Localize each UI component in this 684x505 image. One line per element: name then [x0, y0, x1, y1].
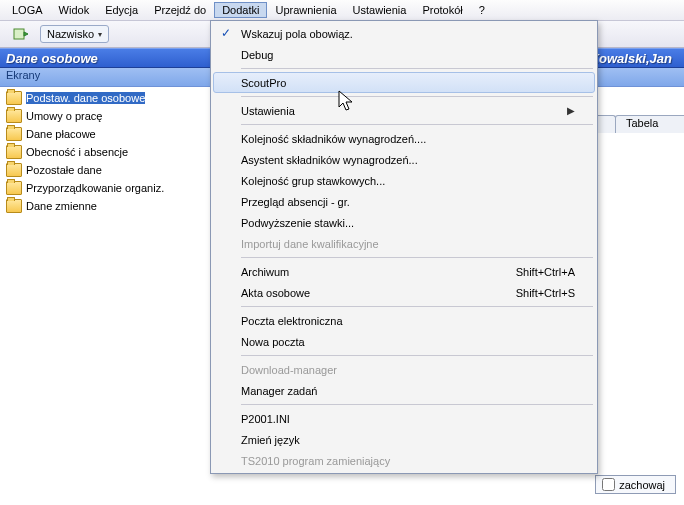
menu-item-label: Manager zadań [241, 385, 575, 397]
tree-item-label: Przyporządkowanie organiz. [26, 182, 164, 194]
menu-item-label: TS2010 program zamieniający [241, 455, 575, 467]
zachowaj-checkbox[interactable]: zachowaj [595, 475, 676, 494]
menu-item[interactable]: ScoutPro [213, 72, 595, 93]
menu-item[interactable]: ArchiwumShift+Ctrl+A [213, 261, 595, 282]
menu-loga[interactable]: LOGA [4, 2, 51, 18]
menu-item-label: Debug [241, 49, 575, 61]
menu-item[interactable]: ✓Wskazuj pola obowiąz. [213, 23, 595, 44]
menu-item[interactable]: Poczta elektroniczna [213, 310, 595, 331]
menu-item-label: Nowa poczta [241, 336, 575, 348]
menu-item-label: Download-manager [241, 364, 575, 376]
menu-separator [241, 68, 593, 69]
menu-item-label: Poczta elektroniczna [241, 315, 575, 327]
menu-separator [241, 355, 593, 356]
menu-item: Importuj dane kwalifikacyjne [213, 233, 595, 254]
tree-item-label: Dane zmienne [26, 200, 97, 212]
tree-item-label: Umowy o pracę [26, 110, 102, 122]
toolbar-name-combo[interactable]: Nazwisko ▾ [40, 25, 109, 43]
menu-item-label: Kolejność grup stawkowych... [241, 175, 575, 187]
menu-item-label: Importuj dane kwalifikacyjne [241, 238, 575, 250]
menu-item[interactable]: Przegląd absencji - gr. [213, 191, 595, 212]
menu-item-label: Wskazuj pola obowiąz. [241, 28, 575, 40]
zachowaj-label: zachowaj [619, 479, 665, 491]
menubar: LOGA Widok Edycja Przejdź do Dodatki Upr… [0, 0, 684, 21]
chevron-down-icon: ▾ [98, 30, 102, 39]
header-title: Dane osobowe [6, 51, 98, 66]
zachowaj-input[interactable] [602, 478, 615, 491]
menu-protokol[interactable]: Protokół [414, 2, 470, 18]
menu-item-shortcut: Shift+Ctrl+S [516, 287, 575, 299]
menu-item-label: P2001.INI [241, 413, 575, 425]
menu-item-label: Przegląd absencji - gr. [241, 196, 575, 208]
menu-item[interactable]: Kolejność grup stawkowych... [213, 170, 595, 191]
menu-item[interactable]: Zmień język [213, 429, 595, 450]
menu-item-shortcut: Shift+Ctrl+A [516, 266, 575, 278]
toolbar-nav-button[interactable] [6, 23, 36, 45]
menu-item[interactable]: Nowa poczta [213, 331, 595, 352]
menu-item[interactable]: Asystent składników wynagrodzeń... [213, 149, 595, 170]
menu-item-label: ScoutPro [241, 77, 575, 89]
menu-widok[interactable]: Widok [51, 2, 98, 18]
tree-item[interactable]: Podstaw. dane osobowe [2, 89, 212, 107]
menu-ustawienia[interactable]: Ustawienia [345, 2, 415, 18]
menu-item[interactable]: P2001.INI [213, 408, 595, 429]
folder-icon [6, 145, 22, 159]
header-person: Kowalski,Jan [590, 51, 678, 66]
menu-item-label: Kolejność składników wynagrodzeń.... [241, 133, 575, 145]
menu-separator [241, 124, 593, 125]
svg-rect-0 [14, 29, 24, 39]
tree-item[interactable]: Dane płacowe [2, 125, 212, 143]
menu-item[interactable]: Podwyższenie stawki... [213, 212, 595, 233]
menu-separator [241, 257, 593, 258]
menu-item[interactable]: Manager zadań [213, 380, 595, 401]
menu-separator [241, 306, 593, 307]
menu-item: TS2010 program zamieniający [213, 450, 595, 471]
folder-icon [6, 181, 22, 195]
tree-item[interactable]: Umowy o pracę [2, 107, 212, 125]
menu-item[interactable]: Ustawienia▶ [213, 100, 595, 121]
folder-icon [6, 109, 22, 123]
menu-przejdz-do[interactable]: Przejdź do [146, 2, 214, 18]
nav-tree: Podstaw. dane osoboweUmowy o pracęDane p… [0, 87, 214, 505]
folder-icon [6, 199, 22, 213]
menu-separator [241, 96, 593, 97]
menu-item-label: Podwyższenie stawki... [241, 217, 575, 229]
folder-icon [6, 163, 22, 177]
menu-item[interactable]: Debug [213, 44, 595, 65]
menu-separator [241, 404, 593, 405]
menu-item[interactable]: Kolejność składników wynagrodzeń.... [213, 128, 595, 149]
tree-item[interactable]: Dane zmienne [2, 197, 212, 215]
submenu-arrow-icon: ▶ [567, 105, 575, 116]
menu-edycja[interactable]: Edycja [97, 2, 146, 18]
tree-item[interactable]: Obecność i absencje [2, 143, 212, 161]
menu-item-label: Asystent składników wynagrodzeń... [241, 154, 575, 166]
tree-item[interactable]: Przyporządkowanie organiz. [2, 179, 212, 197]
menu-item-label: Akta osobowe [241, 287, 516, 299]
tab-tabela[interactable]: Tabela [615, 115, 684, 133]
tree-item-label: Dane płacowe [26, 128, 96, 140]
nav-icon [13, 26, 29, 42]
menu-item: Download-manager [213, 359, 595, 380]
menu-uprawnienia[interactable]: Uprawnienia [267, 2, 344, 18]
menu-item[interactable]: Akta osoboweShift+Ctrl+S [213, 282, 595, 303]
menu-item-label: Archiwum [241, 266, 516, 278]
menu-item-label: Zmień język [241, 434, 575, 446]
dodatki-dropdown: ✓Wskazuj pola obowiąz.DebugScoutProUstaw… [210, 20, 598, 474]
folder-icon [6, 91, 22, 105]
menu-dodatki[interactable]: Dodatki [214, 2, 267, 18]
menu-item-label: Ustawienia [241, 105, 567, 117]
folder-icon [6, 127, 22, 141]
check-icon: ✓ [219, 26, 233, 40]
tree-item[interactable]: Pozostałe dane [2, 161, 212, 179]
tree-item-label: Pozostałe dane [26, 164, 102, 176]
tree-item-label: Obecność i absencje [26, 146, 128, 158]
menu-help[interactable]: ? [471, 2, 493, 18]
tree-item-label: Podstaw. dane osobowe [26, 92, 145, 104]
toolbar-combo-label: Nazwisko [47, 28, 94, 40]
